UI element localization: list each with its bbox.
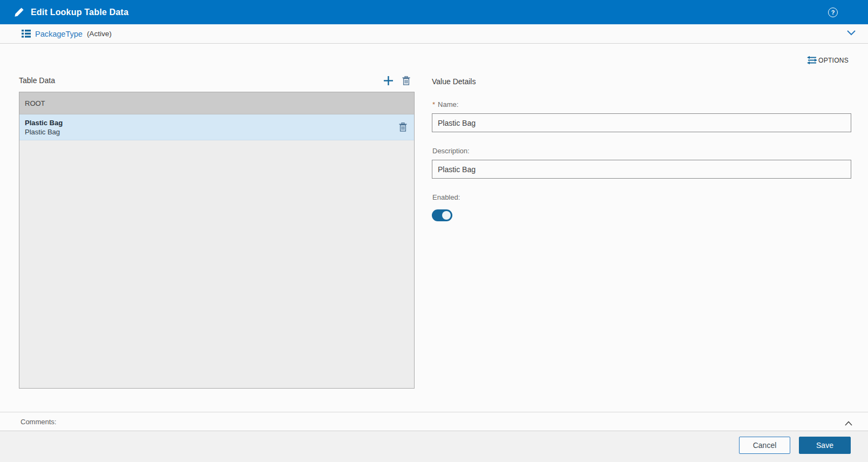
add-row-button[interactable] [383, 76, 394, 86]
delete-rows-button[interactable] [402, 76, 410, 85]
options-button[interactable]: OPTIONS [807, 56, 849, 65]
enabled-label: Enabled: [432, 193, 460, 201]
required-asterisk: * [432, 100, 435, 108]
row-description: Plastic Bag [25, 128, 63, 136]
comments-bar[interactable]: Comments: [0, 412, 868, 431]
footer-bar: Cancel Save [0, 432, 868, 462]
enabled-toggle[interactable] [432, 209, 452, 221]
value-details-title: Value Details [432, 77, 476, 86]
name-input[interactable] [432, 113, 851, 132]
comments-label: Comments: [21, 418, 56, 426]
chevron-up-icon[interactable] [844, 419, 853, 429]
options-label: OPTIONS [818, 57, 849, 64]
root-label: ROOT [25, 99, 45, 107]
row-name: Plastic Bag [25, 119, 63, 127]
description-input[interactable] [432, 160, 851, 179]
page-title: Edit Lookup Table Data [31, 8, 128, 17]
cancel-button[interactable]: Cancel [739, 437, 790, 454]
list-icon [22, 30, 31, 38]
table-data-header: Table Data [19, 74, 415, 86]
edit-lookup-table-dialog: Edit Lookup Table Data ? PackageType (Ac… [0, 0, 868, 462]
save-button[interactable]: Save [799, 437, 851, 454]
row-delete-button[interactable] [399, 123, 407, 132]
lookup-status: (Active) [87, 30, 112, 38]
lookup-header: PackageType (Active) [0, 24, 868, 44]
toggle-knob [442, 211, 451, 220]
title-bar: Edit Lookup Table Data ? [0, 0, 868, 24]
lookup-name-link[interactable]: PackageType [35, 30, 83, 38]
description-label: Description: [432, 147, 470, 155]
table-data-list: ROOT Plastic Bag Plastic Bag [19, 92, 415, 389]
name-label: *Name: [432, 100, 458, 108]
table-data-title: Table Data [19, 76, 55, 85]
sliders-icon [807, 56, 817, 65]
chevron-down-icon[interactable] [845, 29, 857, 39]
pencil-icon [14, 8, 24, 17]
help-icon[interactable]: ? [828, 8, 838, 17]
table-row[interactable]: Plastic Bag Plastic Bag [19, 114, 414, 140]
root-node-row[interactable]: ROOT [19, 92, 414, 114]
